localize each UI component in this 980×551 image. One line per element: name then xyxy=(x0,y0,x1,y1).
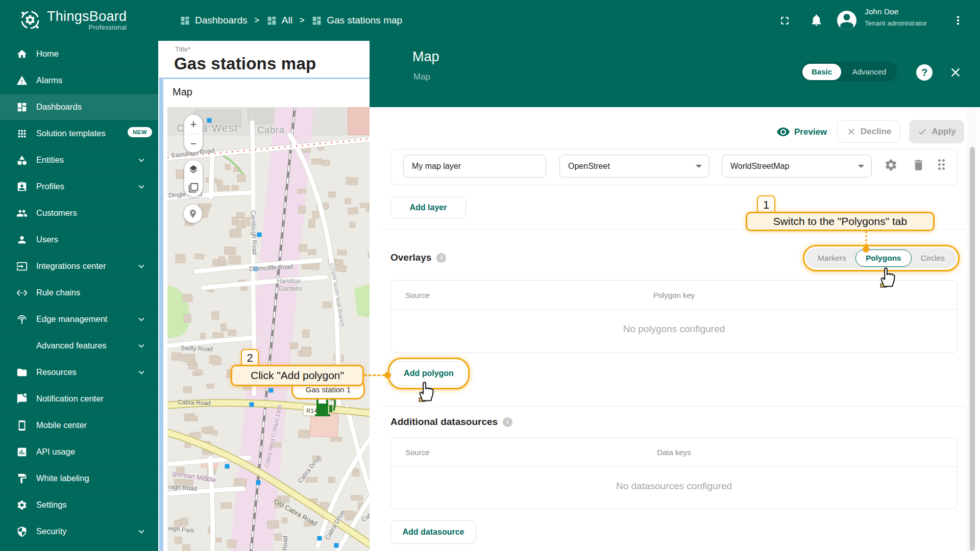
layer-provider-value: OpenStreet xyxy=(568,162,610,171)
sidebar-item-label: Mobile center xyxy=(36,420,87,430)
sidebar-item-dashboards[interactable]: Dashboards xyxy=(0,94,158,120)
polygons-table: Source Polygon key No polygons configure… xyxy=(390,280,958,353)
avatar[interactable] xyxy=(837,11,856,30)
tab-circles[interactable]: Circles xyxy=(912,254,954,263)
sidebar-item-home[interactable]: Home xyxy=(0,41,158,67)
sidebar-item-label: Resources xyxy=(36,367,77,377)
preview-button[interactable]: Preview xyxy=(776,125,827,139)
sidebar-item-edge-management[interactable]: Edge management xyxy=(0,306,158,333)
datasources-table: Source Data keys No datasources configur… xyxy=(390,437,958,509)
notifications-bell-icon[interactable] xyxy=(810,13,823,27)
map-label: Hamilton xyxy=(277,278,301,285)
dashboard-title-field[interactable]: Gas stations map xyxy=(174,54,316,73)
close-icon[interactable] xyxy=(948,65,963,80)
dashboards-icon xyxy=(180,15,190,26)
sidebar-item-entities[interactable]: Entities xyxy=(0,147,158,173)
sidebar-item-solution-templates[interactable]: Solution templatesNEW xyxy=(0,120,158,147)
chevron-down-icon xyxy=(136,340,147,352)
overlays-heading: Overlays xyxy=(390,252,431,263)
sidebar-item-white-labeling[interactable]: White labeling xyxy=(0,465,158,492)
sidebar-item-label: Profiles xyxy=(36,182,64,191)
layers-icon[interactable] xyxy=(188,164,199,174)
breadcrumb-item-gas-stations-map[interactable]: Gas stations map xyxy=(311,15,402,26)
layer-settings-gear-icon[interactable] xyxy=(884,158,898,172)
category-icon xyxy=(16,155,28,166)
sidebar-item-label: Integrations center xyxy=(36,261,106,271)
kebab-menu-icon[interactable] xyxy=(951,13,965,28)
delete-trash-icon[interactable] xyxy=(912,158,925,172)
apply-button[interactable]: Apply xyxy=(909,120,964,143)
sidebar-item-mobile-center[interactable]: Mobile center xyxy=(0,412,158,439)
badge-icon xyxy=(16,181,28,192)
eye-icon xyxy=(776,125,790,139)
apply-label: Apply xyxy=(932,127,955,137)
additional-datasources-heading: Additional datasources xyxy=(390,416,498,428)
sidebar-item-label: Edge management xyxy=(36,314,107,324)
panel-title: Map xyxy=(412,49,439,65)
person-icon xyxy=(16,234,28,245)
sidebar-item-integrations-center[interactable]: Integrations center xyxy=(0,253,158,280)
ethernet-icon xyxy=(16,287,28,298)
map-canvas[interactable]: R147 Cabra WestCabraFassaugh RoadDingle … xyxy=(167,107,374,551)
toggle-advanced[interactable]: Advanced xyxy=(841,67,897,76)
breadcrumb-item-dashboards[interactable]: Dashboards xyxy=(180,15,247,26)
paint-icon xyxy=(16,473,28,484)
decline-label: Decline xyxy=(861,127,891,137)
widget-title: Map xyxy=(173,86,192,98)
dashboard-title-label: Title* xyxy=(175,45,190,53)
drag-handle-icon[interactable] xyxy=(938,159,946,171)
sidebar-item-alarms[interactable]: Alarms xyxy=(0,67,158,94)
sidebar-item-label: API usage xyxy=(36,447,75,457)
zoom-out-button[interactable]: − xyxy=(184,134,203,153)
chart-icon xyxy=(16,446,28,458)
tab-markers[interactable]: Markers xyxy=(808,254,855,263)
sidebar-item-profiles[interactable]: Profiles xyxy=(0,173,158,200)
info-icon[interactable]: i xyxy=(436,253,446,263)
sidebar-item-resources[interactable]: Resources xyxy=(0,359,158,386)
layer-provider-select[interactable]: OpenStreet xyxy=(559,155,709,178)
add-datasource-button[interactable]: Add datasource xyxy=(390,520,476,544)
sidebar-item-label: Users xyxy=(36,235,58,244)
help-icon[interactable]: ? xyxy=(916,64,933,81)
add-layer-button[interactable]: Add layer xyxy=(390,197,466,218)
wifi-icon xyxy=(16,314,28,325)
chevron-down-icon xyxy=(136,314,147,325)
logo-title: ThingsBoard xyxy=(47,9,127,23)
user-name: John Doe xyxy=(865,7,898,16)
map-label: Swilly Road xyxy=(181,344,213,353)
sidebar-item-label: Rule chains xyxy=(36,288,80,297)
map-widget[interactable]: Map xyxy=(159,78,370,551)
sidebar-item-label: Home xyxy=(36,49,59,59)
sidebar-item-rule-chains[interactable]: Rule chains xyxy=(0,280,158,306)
thingsboard-logo[interactable]: ThingsBoard Professional xyxy=(18,8,127,32)
sidebar: HomeAlarmsDashboardsSolution templatesNE… xyxy=(0,41,158,551)
sidebar-item-label: Solution templates xyxy=(36,129,106,138)
sidebar-item-label: White labeling xyxy=(36,473,89,483)
sidebar-item-notification-center[interactable]: Notification center xyxy=(0,386,158,412)
map-label: Gardens xyxy=(279,285,302,292)
toggle-basic[interactable]: Basic xyxy=(802,64,841,80)
logo-subtitle: Professional xyxy=(47,24,127,31)
sidebar-item-api-usage[interactable]: API usage xyxy=(0,439,158,465)
decline-button[interactable]: Decline xyxy=(837,120,900,143)
sidebar-item-users[interactable]: Users xyxy=(0,227,158,253)
breadcrumb-item-all[interactable]: All xyxy=(266,15,292,26)
panel-scrollbar[interactable] xyxy=(968,107,976,551)
layer-name-input[interactable] xyxy=(403,155,546,178)
dashboard-editor-panel: Title* Gas stations map Map xyxy=(158,41,370,551)
sidebar-item-settings[interactable]: Settings xyxy=(0,492,158,518)
chevron-down-icon xyxy=(136,181,147,192)
sidebar-item-advanced-features[interactable]: Advanced features xyxy=(0,333,158,359)
sidebar-item-label: Entities xyxy=(36,155,64,165)
person-icon xyxy=(837,11,856,30)
fullscreen-icon[interactable] xyxy=(778,14,791,27)
layer-type-select[interactable]: WorldStreetMap xyxy=(722,155,872,178)
scrollbar-thumb[interactable] xyxy=(970,147,975,551)
zoom-in-button[interactable]: + xyxy=(184,115,203,134)
my-location-button[interactable] xyxy=(184,205,202,223)
sidebar-item-customers[interactable]: Customers xyxy=(0,200,158,227)
datasources-empty-state: No datasources configured xyxy=(391,481,957,492)
info-icon[interactable]: i xyxy=(503,417,512,427)
sidebar-item-security[interactable]: Security xyxy=(0,518,158,545)
map-type-icon[interactable] xyxy=(188,183,199,193)
